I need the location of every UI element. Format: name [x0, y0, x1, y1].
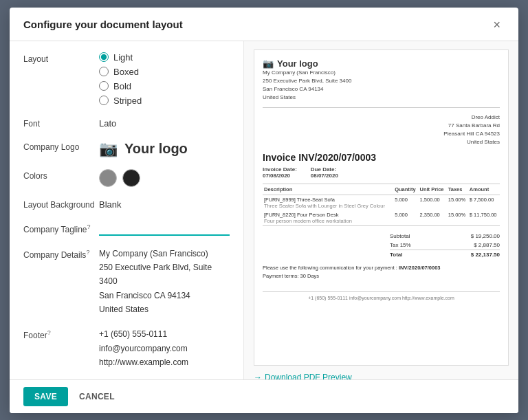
footer-label: Footer? [23, 327, 99, 340]
company-tagline-control [99, 221, 230, 236]
details-help-icon: ? [86, 249, 89, 256]
tax-value: $ 2,887.50 [474, 242, 500, 248]
subtotal-row: Subtotal $ 19,250.00 [390, 232, 500, 241]
layout-radio-light[interactable] [99, 52, 109, 62]
close-button[interactable]: × [489, 17, 505, 32]
modal-footer: SAVE CANCEL [10, 379, 518, 413]
preview-logo-area: 📷 Your logo [263, 58, 351, 69]
left-panel: Layout Light Boxed Bold [10, 41, 243, 379]
preview-table: Description Quantity Unit Price Taxes Am… [263, 184, 500, 226]
preview-company-info: My Company (San Francisco) 250 Executive… [263, 69, 351, 102]
layout-background-value: Blank [99, 198, 230, 210]
preview-due-date: Due Date: 08/07/2020 [311, 166, 338, 179]
layout-options: Light Boxed Bold Striped [99, 52, 230, 106]
layout-option-striped[interactable]: Striped [99, 96, 230, 106]
layout-option-bold[interactable]: Bold [99, 81, 230, 91]
color-swatch-1[interactable] [99, 169, 117, 187]
font-row: Font Lato [23, 117, 230, 129]
modal-header: Configure your document layout × [10, 8, 518, 41]
logo-text: Your logo [124, 141, 188, 157]
row2-qty: 5.000 [393, 210, 418, 226]
preview-payment-terms: Payment terms: 30 Days [263, 273, 500, 279]
footer-control: +1 (650) 555-0111 info@yourcompany.com h… [99, 327, 230, 369]
table-row: [FURN_8999] Three-Seat Sofa Three Seater… [263, 195, 500, 210]
layout-row: Layout Light Boxed Bold [23, 52, 230, 106]
font-display: Lato [99, 118, 116, 129]
row2-amount: $ 11,750.00 [468, 210, 500, 226]
preview-totals: Subtotal $ 19,250.00 Tax 15% $ 2,887.50 … [390, 232, 500, 259]
company-details-row: Company Details? My Company (San Francis… [23, 247, 230, 317]
company-logo-row: Company Logo 📷 Your logo [23, 140, 230, 158]
total-row: Total $ 22,137.50 [390, 250, 500, 259]
save-button[interactable]: SAVE [23, 387, 68, 406]
row1-qty: 5.000 [393, 195, 418, 210]
colors-control [99, 169, 230, 187]
table-row: [FURN_8220] Four Person Desk Four person… [263, 210, 500, 226]
layout-radio-bold[interactable] [99, 81, 109, 91]
preview-invoice-date: Invoice Date: 07/08/2020 [263, 166, 297, 179]
layout-label: Layout [23, 52, 99, 64]
company-details-label: Company Details? [23, 247, 99, 260]
colors-label: Colors [23, 169, 99, 181]
preview-footer: +1 (650) 555-0111 info@yourcompany.com h… [263, 291, 500, 300]
layout-radio-boxed[interactable] [99, 67, 109, 76]
layout-option-light[interactable]: Light [99, 52, 230, 63]
col-unit-price: Unit Price [419, 184, 447, 195]
modal-overlay: Configure your document layout × Layout … [0, 0, 528, 420]
preview-customer-info: Dreo Addict 77 Santa Barbara Rd Pleasant… [263, 113, 500, 146]
row1-amount: $ 7,500.00 [468, 195, 500, 210]
preview-logo-text: Your logo [277, 58, 318, 69]
row1-desc: [FURN_8999] Three-Seat Sofa Three Seater… [263, 195, 393, 210]
company-tagline-label: Company Tagline? [23, 221, 99, 234]
company-logo-label: Company Logo [23, 140, 99, 152]
col-description: Description [263, 184, 393, 195]
right-panel: 📷 Your logo My Company (San Francisco) 2… [243, 41, 518, 379]
layout-option-boxed[interactable]: Boxed [99, 67, 230, 77]
total-value: $ 22,137.50 [471, 252, 500, 258]
col-taxes: Taxes [447, 184, 468, 195]
tax-row: Tax 15% $ 2,887.50 [390, 241, 500, 250]
arrow-right-icon: → [254, 373, 262, 379]
row2-price: 2,350.00 [419, 210, 447, 226]
layout-bold-label: Bold [113, 81, 131, 91]
font-value: Lato [99, 117, 230, 129]
bg-display: Blank [99, 199, 122, 210]
preview-box: 📷 Your logo My Company (San Francisco) 2… [254, 49, 509, 366]
col-quantity: Quantity [393, 184, 418, 195]
tagline-help-icon: ? [87, 223, 91, 230]
camera-icon: 📷 [99, 140, 118, 158]
subtotal-label: Subtotal [390, 233, 410, 239]
modal-title: Configure your document layout [23, 19, 183, 30]
footer-help-icon: ? [47, 329, 51, 336]
configure-layout-modal: Configure your document layout × Layout … [10, 8, 518, 413]
company-logo-display: 📷 Your logo [99, 140, 230, 158]
company-details-control: My Company (San Francisco) 250 Executive… [99, 247, 230, 317]
modal-body: Layout Light Boxed Bold [10, 41, 518, 379]
row2-taxes: 15.00% [447, 210, 468, 226]
layout-background-row: Layout Background Blank [23, 198, 230, 210]
company-details-text: My Company (San Francisco) 250 Executive… [99, 247, 230, 317]
layout-striped-label: Striped [113, 96, 142, 106]
tax-label: Tax 15% [390, 242, 411, 248]
row2-desc: [FURN_8220] Four Person Desk Four person… [263, 210, 393, 226]
color-swatch-2[interactable] [122, 169, 140, 187]
row1-taxes: 15.00% [447, 195, 468, 210]
layout-light-label: Light [113, 52, 133, 63]
layout-radio-striped[interactable] [99, 96, 109, 105]
preview-camera-icon: 📷 [263, 58, 274, 69]
footer-text-display: +1 (650) 555-0111 info@yourcompany.com h… [99, 327, 230, 369]
row1-price: 1,500.00 [419, 195, 447, 210]
col-amount: Amount [468, 184, 500, 195]
download-pdf-link[interactable]: →Download PDF Preview [254, 373, 509, 379]
font-label: Font [23, 117, 99, 129]
preview-header: 📷 Your logo My Company (San Francisco) 2… [263, 58, 500, 108]
subtotal-value: $ 19,250.00 [471, 233, 500, 239]
total-label: Total [390, 252, 403, 258]
cancel-button[interactable]: CANCEL [76, 387, 118, 406]
footer-row: Footer? +1 (650) 555-0111 info@yourcompa… [23, 327, 230, 369]
company-tagline-input[interactable] [99, 221, 230, 236]
preview-invoice-title: Invoice INV/2020/07/0003 [263, 152, 500, 163]
preview-payment-note: Please use the following communication f… [263, 265, 500, 271]
logo-display[interactable]: 📷 Your logo [99, 140, 230, 158]
layout-boxed-label: Boxed [113, 67, 139, 77]
